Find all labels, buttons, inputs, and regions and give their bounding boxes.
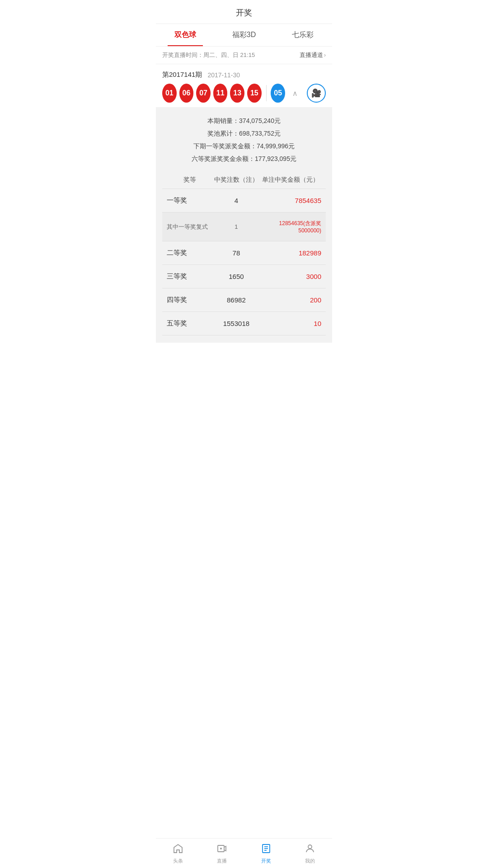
bottom-nav: 头条 直播 开奖 我的 — [156, 838, 332, 868]
prize-count-2: 78 — [213, 249, 260, 257]
prize-level-3: 三等奖 — [162, 272, 213, 281]
live-channel-link[interactable]: 直播通道 › — [300, 51, 326, 59]
prize-row-2: 二等奖 78 182989 — [162, 241, 326, 265]
ball-red-1: 01 — [162, 84, 177, 103]
prize-row-1: 一等奖 4 7854635 — [162, 189, 326, 212]
user-icon — [305, 843, 315, 856]
prize-amount-1: 7854635 — [259, 197, 326, 204]
issue-info: 第2017141期 2017-11-30 — [162, 71, 326, 79]
prize-amount-2: 182989 — [259, 249, 326, 257]
ball-red-2: 06 — [179, 84, 194, 103]
live-bar: 开奖直播时间：周二、四、日 21:15 直播通道 › — [156, 47, 332, 64]
prize-amount-4: 200 — [259, 296, 326, 304]
col-header-prize: 奖等 — [162, 176, 213, 184]
stats-block: 本期销量：374,075,240元 奖池累计：698,733,752元 下期一等… — [162, 114, 326, 165]
nav-live-label: 直播 — [217, 858, 227, 864]
balls-actions: ∧ 🎥 — [288, 84, 326, 103]
collapse-button[interactable]: ∧ — [288, 86, 302, 100]
nav-headlines-label: 头条 — [173, 858, 183, 864]
tab-ssq[interactable]: 双色球 — [156, 24, 215, 46]
issue-date: 2017-11-30 — [207, 71, 240, 79]
nav-lottery-label: 开奖 — [261, 858, 271, 864]
nav-lottery[interactable]: 开奖 — [244, 839, 288, 868]
issue-number: 第2017141期 — [162, 71, 202, 79]
prize-level-5: 五等奖 — [162, 319, 213, 328]
live-icon — [216, 843, 227, 856]
col-header-count: 中奖注数（注） — [213, 176, 260, 184]
detail-panel: 本期销量：374,075,240元 奖池累计：698,733,752元 下期一等… — [156, 107, 332, 343]
issue-section: 第2017141期 2017-11-30 01 06 07 11 13 15 0… — [156, 64, 332, 107]
prize-count-5: 1553018 — [213, 320, 260, 327]
nav-mine-label: 我的 — [305, 858, 315, 864]
video-button[interactable]: 🎥 — [307, 84, 326, 103]
svg-point-1 — [220, 848, 222, 849]
nav-headlines[interactable]: 头条 — [156, 839, 200, 868]
prize-row-4: 四等奖 86982 200 — [162, 288, 326, 312]
prize-count-3: 1650 — [213, 273, 260, 280]
lottery-icon — [261, 843, 272, 856]
ball-red-4: 11 — [213, 84, 228, 103]
svg-point-6 — [308, 845, 312, 849]
prize-row-3: 三等奖 1650 3000 — [162, 265, 326, 288]
tab-qlc[interactable]: 七乐彩 — [273, 24, 332, 46]
prize-count-1: 4 — [213, 197, 260, 204]
prize-count-4: 86982 — [213, 296, 260, 304]
prize-level-1: 一等奖 — [162, 196, 213, 205]
prize-row-sub-1: 其中一等奖复式 1 12854635(含派奖5000000) — [162, 212, 326, 241]
live-schedule: 开奖直播时间：周二、四、日 21:15 — [162, 51, 255, 59]
prize-row-5: 五等奖 1553018 10 — [162, 312, 326, 335]
prize-level-sub-1: 其中一等奖复式 — [162, 223, 213, 231]
nav-mine[interactable]: 我的 — [288, 839, 333, 868]
prize-table: 一等奖 4 7854635 其中一等奖复式 1 12854635(含派奖5000… — [162, 189, 326, 335]
prize-amount-sub-1: 12854635(含派奖5000000) — [259, 220, 326, 234]
prize-level-2: 二等奖 — [162, 249, 213, 257]
prize-table-header: 奖等 中奖注数（注） 单注中奖金额（元） — [162, 171, 326, 189]
stat-sixth: 六等奖派奖奖金余额：177,923,095元 — [162, 152, 326, 165]
col-header-amount: 单注中奖金额（元） — [259, 176, 326, 184]
chevron-icon: › — [324, 52, 326, 58]
stat-next-first: 下期一等奖派奖金额：74,999,996元 — [162, 140, 326, 152]
video-icon: 🎥 — [311, 88, 321, 98]
home-icon — [173, 843, 183, 856]
ball-red-3: 07 — [196, 84, 211, 103]
balls-row: 01 06 07 11 13 15 05 ∧ 🎥 — [162, 84, 326, 103]
prize-level-4: 四等奖 — [162, 296, 213, 304]
ball-red-6: 15 — [247, 84, 262, 103]
prize-amount-3: 3000 — [259, 273, 326, 280]
nav-live[interactable]: 直播 — [200, 839, 244, 868]
tab-bar: 双色球 福彩3D 七乐彩 — [156, 24, 332, 47]
ball-red-5: 13 — [230, 84, 244, 103]
ball-divider — [266, 85, 267, 101]
stat-sales: 本期销量：374,075,240元 — [162, 114, 326, 127]
ball-blue-1: 05 — [271, 84, 285, 103]
prize-amount-5: 10 — [259, 320, 326, 327]
tab-fc3d[interactable]: 福彩3D — [215, 24, 273, 46]
prize-count-sub-1: 1 — [213, 223, 260, 230]
page-header: 开奖 — [156, 0, 332, 24]
stat-pool: 奖池累计：698,733,752元 — [162, 127, 326, 140]
page-title: 开奖 — [236, 8, 252, 17]
